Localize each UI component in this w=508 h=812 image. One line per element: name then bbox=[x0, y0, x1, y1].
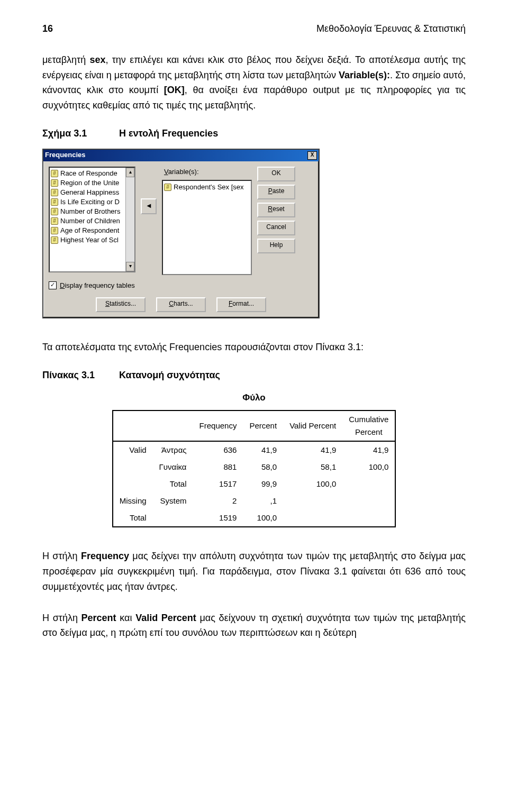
table-caption: Πίνακας 3.1 Κατανομή συχνότητας bbox=[42, 368, 466, 383]
table-title: Φύλο bbox=[42, 390, 466, 405]
variable-icon: # bbox=[51, 217, 58, 225]
variable-icon: # bbox=[51, 189, 58, 196]
paste-button[interactable]: Paste bbox=[257, 185, 295, 199]
variable-icon: # bbox=[164, 184, 171, 191]
source-variable-list[interactable]: #Race of Responde #Region of the Unite #… bbox=[49, 167, 135, 272]
charts-button[interactable]: Charts... bbox=[156, 297, 206, 312]
percent-term: Percent bbox=[81, 613, 116, 623]
intro-paragraph: μεταβλητή sex, την επιλέγει και κάνει κλ… bbox=[42, 52, 466, 113]
scroll-down-icon[interactable]: ▾ bbox=[126, 262, 134, 271]
list-item[interactable]: #Region of the Unite bbox=[51, 178, 133, 188]
variable-icon: # bbox=[51, 208, 58, 215]
percent-explanation: Η στήλη Percent και Valid Percent μας δε… bbox=[42, 610, 466, 641]
scroll-up-icon[interactable]: ▴ bbox=[126, 168, 134, 177]
list-item[interactable]: #Number of Children bbox=[51, 216, 133, 226]
variable-icon: # bbox=[51, 227, 58, 234]
valid-percent-term: Valid Percent bbox=[135, 613, 196, 623]
table-row: Valid Άντρας 636 41,9 41,9 41,9 bbox=[113, 441, 396, 459]
header-row: 16 Μεθοδολογία Έρευνας & Στατιστική bbox=[42, 21, 466, 37]
selected-column: Variable(s): #Respondent's Sex [sex bbox=[162, 167, 252, 275]
table-caption-title: Κατανομή συχνότητας bbox=[119, 370, 220, 380]
display-tables-checkbox-row[interactable]: ✓ Display frequency tables bbox=[49, 280, 313, 291]
page-root: 16 Μεθοδολογία Έρευνας & Στατιστική μετα… bbox=[0, 0, 508, 672]
ok-ref: [ΟΚ] bbox=[164, 85, 185, 95]
list-item[interactable]: #General Happiness bbox=[51, 188, 133, 197]
col-valid-percent: Valid Percent bbox=[283, 410, 342, 441]
ok-button[interactable]: OK bbox=[257, 167, 295, 181]
close-icon[interactable]: X bbox=[307, 151, 317, 160]
header-section-title: Μεθοδολογία Έρευνας & Στατιστική bbox=[316, 21, 466, 37]
list-item[interactable]: #Respondent's Sex [sex bbox=[164, 182, 250, 193]
list-item[interactable]: #Highest Year of Scl bbox=[51, 235, 133, 245]
frequencies-dialog: Frequencies X #Race of Responde #Region … bbox=[42, 149, 320, 319]
figure-caption: Σχήμα 3.1 Η εντολή Frequencies bbox=[42, 126, 466, 141]
table-row: Missing System 2 ,1 bbox=[113, 492, 396, 509]
dialog-title: Frequencies bbox=[45, 150, 86, 161]
dialog-body: #Race of Responde #Region of the Unite #… bbox=[43, 161, 319, 318]
dialog-titlebar[interactable]: Frequencies X bbox=[43, 150, 319, 161]
table-row: Γυναίκα 881 58,0 58,1 100,0 bbox=[113, 459, 396, 476]
checkbox-icon[interactable]: ✓ bbox=[49, 281, 57, 289]
figure-number: Σχήμα 3.1 bbox=[42, 126, 116, 141]
variable-icon: # bbox=[51, 179, 58, 187]
var-sex: sex bbox=[89, 54, 105, 65]
frequency-term: Frequency bbox=[81, 551, 129, 561]
table-row: Total 1519 100,0 bbox=[113, 509, 396, 527]
figure-title: Η εντολή Frequencies bbox=[119, 128, 218, 139]
dialog-bottom-buttons: Statistics... Charts... Format... bbox=[49, 297, 313, 312]
dialog-button-column: OK Paste Reset Cancel Help bbox=[257, 167, 295, 253]
variables-ref: Variable(s): bbox=[339, 70, 390, 80]
variables-label: Variable(s): bbox=[164, 167, 199, 178]
move-variable-button[interactable]: ◂ bbox=[141, 198, 157, 214]
frequency-explanation: Η στήλη Frequency μας δείχνει την απόλυτ… bbox=[42, 549, 466, 594]
col-cumulative: CumulativePercent bbox=[342, 410, 395, 441]
frequency-table: Frequency Percent Valid Percent Cumulati… bbox=[112, 410, 396, 527]
results-intro: Τα αποτελέσματα της εντολής Frequencies … bbox=[42, 340, 466, 355]
display-tables-label: Display frequency tables bbox=[60, 280, 135, 291]
reset-button[interactable]: Reset bbox=[257, 203, 295, 217]
list-item[interactable]: #Age of Respondent bbox=[51, 226, 133, 235]
dialog-main-row: #Race of Responde #Region of the Unite #… bbox=[49, 167, 313, 275]
table-header-row: Frequency Percent Valid Percent Cumulati… bbox=[113, 410, 396, 441]
format-button[interactable]: Format... bbox=[216, 297, 266, 312]
cancel-button[interactable]: Cancel bbox=[257, 221, 295, 235]
col-percent: Percent bbox=[243, 410, 283, 441]
list-item[interactable]: #Race of Responde bbox=[51, 169, 133, 178]
col-frequency: Frequency bbox=[193, 410, 243, 441]
page-number: 16 bbox=[42, 21, 53, 37]
variable-icon: # bbox=[51, 170, 58, 177]
variable-icon: # bbox=[51, 198, 58, 206]
scrollbar[interactable]: ▴ ▾ bbox=[125, 168, 134, 271]
table-row: Total 1517 99,9 100,0 bbox=[113, 476, 396, 492]
variable-icon: # bbox=[51, 236, 58, 244]
statistics-button[interactable]: Statistics... bbox=[96, 297, 146, 312]
list-item[interactable]: #Number of Brothers bbox=[51, 207, 133, 216]
table-number: Πίνακας 3.1 bbox=[42, 368, 116, 383]
list-item[interactable]: #Is Life Exciting or D bbox=[51, 197, 133, 207]
help-button[interactable]: Help bbox=[257, 239, 295, 253]
selected-variable-list[interactable]: #Respondent's Sex [sex bbox=[162, 180, 252, 275]
